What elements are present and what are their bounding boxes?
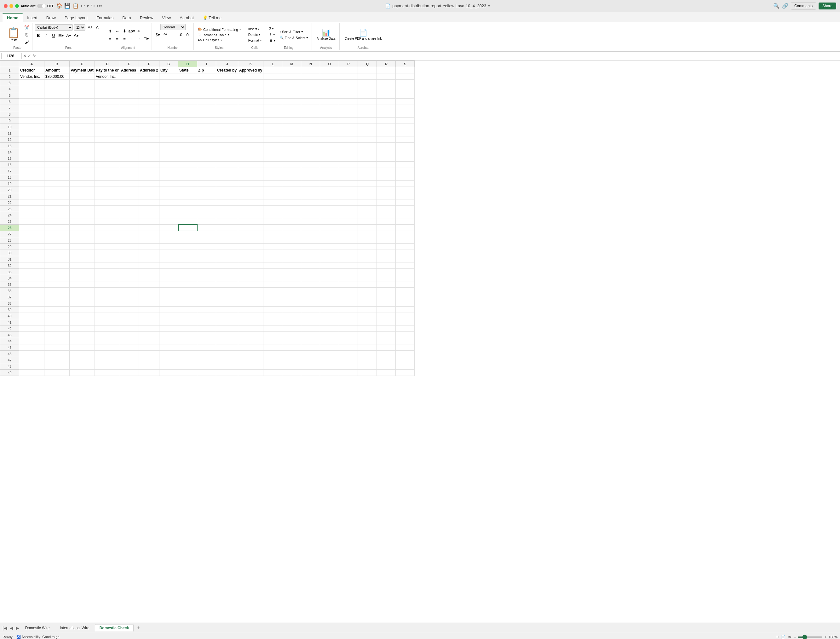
cell-G44[interactable] — [159, 338, 178, 344]
cell-E32[interactable] — [120, 262, 139, 269]
cell-G35[interactable] — [159, 281, 178, 288]
cell-A7[interactable] — [19, 105, 44, 111]
cell-P46[interactable] — [339, 351, 358, 357]
cell-M35[interactable] — [282, 281, 301, 288]
cell-P43[interactable] — [339, 332, 358, 338]
cell-B16[interactable] — [44, 162, 70, 168]
layout-page-icon[interactable]: 📄 — [781, 635, 786, 639]
cell-A5[interactable] — [19, 92, 44, 99]
cell-C23[interactable] — [70, 206, 95, 212]
cell-Q8[interactable] — [358, 111, 377, 118]
cell-F4[interactable] — [139, 86, 159, 92]
cell-C3[interactable] — [70, 80, 95, 86]
cell-R48[interactable] — [377, 363, 396, 370]
cell-E23[interactable] — [120, 206, 139, 212]
cell-N5[interactable] — [301, 92, 320, 99]
cell-Q42[interactable] — [358, 326, 377, 332]
col-header-H[interactable]: H — [178, 61, 197, 67]
cell-B33[interactable] — [44, 269, 70, 275]
cell-O37[interactable] — [320, 294, 339, 300]
cell-I4[interactable] — [197, 86, 216, 92]
zoom-slider[interactable] — [797, 636, 823, 638]
number-format-select[interactable]: General — [160, 24, 186, 30]
row-header-19[interactable]: 19 — [0, 181, 19, 187]
cell-H18[interactable] — [178, 174, 197, 181]
cell-M18[interactable] — [282, 174, 301, 181]
cell-H28[interactable] — [178, 237, 197, 243]
cell-N3[interactable] — [301, 80, 320, 86]
cell-M26[interactable] — [282, 225, 301, 231]
cell-F2[interactable] — [139, 73, 159, 80]
cell-F26[interactable] — [139, 225, 159, 231]
copy-button[interactable]: ⎘ — [23, 31, 30, 38]
cell-L23[interactable] — [264, 206, 282, 212]
cell-N9[interactable] — [301, 118, 320, 124]
cell-G26[interactable] — [159, 225, 178, 231]
cell-F36[interactable] — [139, 288, 159, 294]
cell-K43[interactable] — [238, 332, 264, 338]
cell-I24[interactable] — [197, 212, 216, 218]
cell-S33[interactable] — [396, 269, 414, 275]
cell-Q1[interactable] — [358, 67, 377, 73]
cell-J5[interactable] — [216, 92, 238, 99]
cell-E42[interactable] — [120, 326, 139, 332]
cell-R8[interactable] — [377, 111, 396, 118]
cell-M40[interactable] — [282, 313, 301, 319]
cell-B6[interactable] — [44, 99, 70, 105]
cell-D23[interactable] — [95, 206, 120, 212]
cell-K33[interactable] — [238, 269, 264, 275]
toolbar-icon-undo[interactable]: ↩ — [81, 3, 85, 9]
cell-P15[interactable] — [339, 155, 358, 162]
cell-C40[interactable] — [70, 313, 95, 319]
cell-H46[interactable] — [178, 351, 197, 357]
cell-P49[interactable] — [339, 370, 358, 376]
autosave-pill[interactable] — [37, 4, 46, 8]
cell-K21[interactable] — [238, 193, 264, 199]
cell-D38[interactable] — [95, 300, 120, 307]
cell-O35[interactable] — [320, 281, 339, 288]
cell-A12[interactable] — [19, 137, 44, 143]
cell-L24[interactable] — [264, 212, 282, 218]
cell-S2[interactable] — [396, 73, 414, 80]
cell-R47[interactable] — [377, 357, 396, 363]
cell-C6[interactable] — [70, 99, 95, 105]
cell-H31[interactable] — [178, 256, 197, 262]
cell-B44[interactable] — [44, 338, 70, 344]
cell-O33[interactable] — [320, 269, 339, 275]
cell-N4[interactable] — [301, 86, 320, 92]
cell-J19[interactable] — [216, 181, 238, 187]
cell-Q41[interactable] — [358, 319, 377, 326]
cell-I29[interactable] — [197, 243, 216, 250]
cell-M22[interactable] — [282, 199, 301, 206]
cell-I8[interactable] — [197, 111, 216, 118]
cell-R3[interactable] — [377, 80, 396, 86]
cell-O40[interactable] — [320, 313, 339, 319]
row-header-37[interactable]: 37 — [0, 294, 19, 300]
cell-N22[interactable] — [301, 199, 320, 206]
cell-C11[interactable] — [70, 130, 95, 137]
cell-I41[interactable] — [197, 319, 216, 326]
cell-N29[interactable] — [301, 243, 320, 250]
cell-P41[interactable] — [339, 319, 358, 326]
cell-B48[interactable] — [44, 363, 70, 370]
cell-P42[interactable] — [339, 326, 358, 332]
cell-I36[interactable] — [197, 288, 216, 294]
cell-J24[interactable] — [216, 212, 238, 218]
cell-J31[interactable] — [216, 256, 238, 262]
cell-N14[interactable] — [301, 149, 320, 155]
cell-N35[interactable] — [301, 281, 320, 288]
cell-I11[interactable] — [197, 130, 216, 137]
cell-M6[interactable] — [282, 99, 301, 105]
cell-C20[interactable] — [70, 187, 95, 193]
currency-button[interactable]: $▾ — [154, 31, 161, 38]
cell-A47[interactable] — [19, 357, 44, 363]
cell-K7[interactable] — [238, 105, 264, 111]
cell-D42[interactable] — [95, 326, 120, 332]
cell-F40[interactable] — [139, 313, 159, 319]
cell-S48[interactable] — [396, 363, 414, 370]
cell-G14[interactable] — [159, 149, 178, 155]
row-header-4[interactable]: 4 — [0, 86, 19, 92]
cell-K9[interactable] — [238, 118, 264, 124]
row-header-35[interactable]: 35 — [0, 281, 19, 288]
cell-K16[interactable] — [238, 162, 264, 168]
